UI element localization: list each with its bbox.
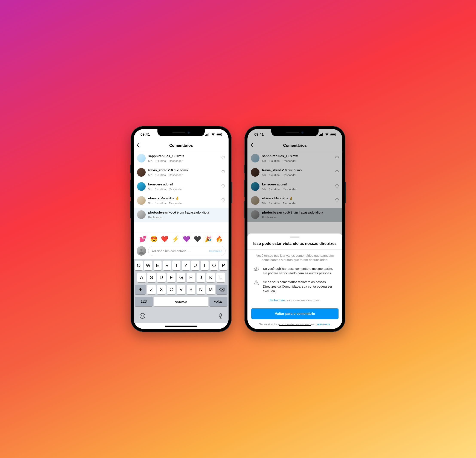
key-p[interactable]: P	[219, 260, 228, 270]
space-key[interactable]: espaço	[154, 297, 208, 307]
key-j[interactable]: J	[196, 273, 205, 283]
key-q[interactable]: Q	[135, 260, 143, 270]
like-button[interactable]	[335, 154, 339, 160]
key-f[interactable]: F	[167, 273, 176, 283]
back-to-comment-button[interactable]: Voltar para o comentário	[251, 308, 339, 319]
key-n[interactable]: N	[196, 285, 205, 294]
key-z[interactable]: Z	[147, 285, 156, 294]
like-count[interactable]: 1 curtida	[269, 173, 280, 177]
like-count[interactable]: 1 curtida	[155, 187, 166, 191]
emoji-quick[interactable]: 💕	[139, 235, 147, 242]
emoji-quick[interactable]: ❤️	[161, 235, 168, 242]
username[interactable]: sapphireblues_19	[148, 154, 176, 158]
like-button[interactable]	[335, 196, 339, 203]
key-o[interactable]: O	[210, 260, 218, 270]
avatar[interactable]	[137, 196, 146, 205]
comment-body: photosbyean você é um fracassado idiotaP…	[148, 210, 225, 219]
username[interactable]: kenzoere	[262, 183, 276, 186]
reply-button[interactable]: Responder	[169, 159, 183, 163]
publish-button[interactable]: Publicar	[209, 249, 222, 253]
like-button[interactable]	[335, 168, 339, 175]
username[interactable]: kenzoere	[148, 183, 162, 186]
svg-rect-12	[319, 135, 320, 136]
dictation-button[interactable]	[219, 313, 223, 320]
like-count[interactable]: 1 curtida	[155, 159, 166, 163]
username[interactable]: travis_shreds18	[148, 168, 173, 172]
emoji-quick[interactable]: 💜	[183, 235, 190, 242]
avatar[interactable]	[137, 168, 146, 177]
key-u[interactable]: U	[191, 260, 199, 270]
shift-key[interactable]	[135, 285, 146, 294]
reply-button[interactable]: Responder	[283, 187, 297, 191]
learn-more-link[interactable]: Saiba mais	[270, 298, 285, 302]
avatar[interactable]	[137, 182, 146, 191]
key-y[interactable]: Y	[182, 260, 190, 270]
emoji-keyboard-button[interactable]	[139, 313, 145, 320]
comment-row: sapphireblues_19 sim!!!5 h1 curtidaRespo…	[247, 151, 342, 166]
key-x[interactable]: X	[157, 285, 166, 294]
like-button[interactable]	[335, 182, 339, 189]
reply-button[interactable]: Responder	[283, 201, 297, 205]
like-button[interactable]	[221, 182, 225, 189]
like-count[interactable]: 1 curtida	[155, 201, 166, 205]
like-count[interactable]: 1 curtida	[269, 159, 280, 163]
home-indicator[interactable]	[134, 323, 229, 329]
avatar[interactable]	[251, 168, 259, 177]
username[interactable]: sapphireblues_19	[262, 154, 289, 158]
username[interactable]: travis_shreds18	[262, 168, 287, 172]
reply-button[interactable]: Responder	[283, 173, 297, 177]
like-button[interactable]	[221, 196, 225, 203]
emoji-quick[interactable]: 🎉	[204, 235, 212, 242]
key-s[interactable]: S	[147, 273, 156, 283]
like-count[interactable]: 1 curtida	[155, 173, 166, 177]
return-key[interactable]: voltar	[209, 297, 228, 307]
back-button[interactable]	[137, 142, 140, 149]
key-b[interactable]: B	[187, 285, 195, 294]
key-h[interactable]: H	[187, 273, 195, 283]
avatar[interactable]	[251, 182, 259, 191]
like-count[interactable]: 1 curtida	[269, 187, 280, 191]
key-r[interactable]: R	[163, 260, 171, 270]
avatar[interactable]	[137, 154, 146, 162]
avatar[interactable]	[251, 196, 259, 205]
emoji-quick[interactable]: 🖤	[194, 235, 201, 242]
emoji-quick[interactable]: 😍	[150, 235, 158, 242]
key-a[interactable]: A	[137, 273, 146, 283]
sheet-grabber[interactable]	[290, 236, 300, 238]
key-k[interactable]: K	[206, 273, 215, 283]
key-w[interactable]: W	[144, 260, 152, 270]
emoji-quick[interactable]: 🔥	[215, 235, 223, 242]
like-count[interactable]: 1 curtida	[269, 201, 280, 205]
key-e[interactable]: E	[153, 260, 162, 270]
key-d[interactable]: D	[157, 273, 166, 283]
emoji-quick[interactable]: ⚡	[172, 235, 179, 242]
like-button[interactable]	[221, 154, 225, 160]
key-v[interactable]: V	[177, 285, 185, 294]
username[interactable]: photosbyean	[148, 210, 168, 214]
comment-time: 5 h	[148, 187, 152, 191]
numeric-key[interactable]: 123	[135, 297, 153, 307]
reply-button[interactable]: Responder	[169, 173, 183, 177]
avatar[interactable]	[137, 210, 146, 219]
avatar[interactable]	[251, 154, 259, 162]
username[interactable]: eloears	[262, 196, 273, 200]
reply-button[interactable]: Responder	[169, 187, 183, 191]
home-indicator[interactable]	[247, 323, 342, 329]
avatar[interactable]	[251, 210, 259, 219]
svg-rect-0	[205, 135, 206, 136]
reply-button[interactable]: Responder	[169, 201, 183, 205]
key-t[interactable]: T	[172, 260, 180, 270]
username[interactable]: photosbyean	[262, 210, 282, 214]
svg-rect-11	[220, 313, 221, 316]
key-c[interactable]: C	[167, 285, 176, 294]
compose-input[interactable]: Adicione um comentário ... Publicar	[148, 246, 226, 256]
key-m[interactable]: M	[206, 285, 215, 294]
reply-button[interactable]: Responder	[283, 159, 297, 163]
key-l[interactable]: L	[216, 273, 225, 283]
key-i[interactable]: I	[201, 260, 209, 270]
like-button[interactable]	[221, 168, 225, 175]
backspace-key[interactable]	[216, 285, 228, 294]
username[interactable]: eloears	[148, 196, 160, 200]
key-g[interactable]: G	[177, 273, 185, 283]
back-button[interactable]	[250, 142, 254, 149]
